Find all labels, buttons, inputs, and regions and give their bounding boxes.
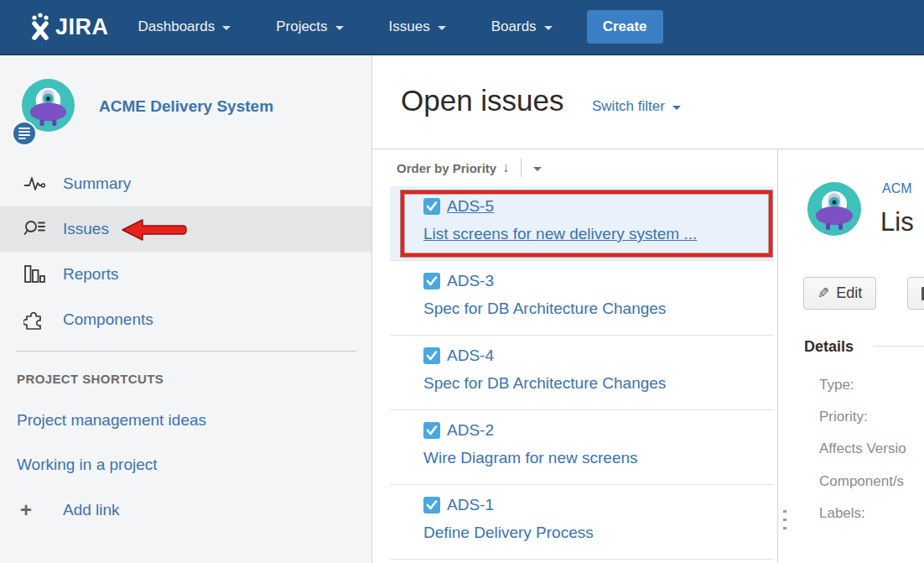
- project-name[interactable]: ACME Delivery System: [99, 97, 273, 116]
- project-sidebar: ACME Delivery System Summary Issues: [0, 55, 372, 563]
- nav-dashboards-label: Dashboards: [138, 18, 215, 35]
- red-arrow-annotation: [121, 218, 188, 242]
- detail-issue-title: Lis: [880, 207, 914, 237]
- shortcut-link[interactable]: Project management ideas: [17, 411, 206, 430]
- issue-summary-link[interactable]: Spec for DB Architecture Changes: [423, 300, 774, 318]
- jira-logo-text: JIRA: [55, 14, 109, 40]
- sidebar-item-issues[interactable]: Issues: [0, 206, 371, 252]
- sidebar-item-label: Issues: [63, 220, 109, 238]
- issue-row-ads-2[interactable]: ADS-2 Wire Diagram for new screens: [390, 410, 774, 485]
- issue-row-ads-3[interactable]: ADS-3 Spec for DB Architecture Changes: [390, 261, 774, 336]
- issue-key-link[interactable]: ADS-1: [447, 496, 494, 514]
- detail-breadcrumb-link[interactable]: ACM: [882, 181, 912, 196]
- comment-button-partial[interactable]: [907, 277, 924, 310]
- search-list-icon: [23, 218, 45, 240]
- top-navigation-bar: JIRA Dashboards Projects Issues Boards C…: [0, 0, 924, 55]
- field-label-type: Type:: [819, 377, 854, 394]
- field-label-components: Component/s: [819, 473, 904, 490]
- task-type-icon: [423, 497, 440, 513]
- details-section-rule: [873, 346, 924, 347]
- sidebar-item-label: Reports: [63, 265, 119, 284]
- issue-key-link[interactable]: ADS-5: [447, 197, 494, 216]
- jira-logo[interactable]: JIRA: [28, 13, 109, 41]
- task-type-icon: [423, 347, 440, 364]
- content-top-border: [372, 149, 924, 149]
- jira-mark-icon: [28, 13, 53, 41]
- jira-window: JIRA Dashboards Projects Issues Boards C…: [0, 0, 924, 563]
- nav-issues[interactable]: Issues: [366, 0, 469, 55]
- order-options-dropdown-icon[interactable]: [533, 167, 542, 171]
- detail-project-avatar: [807, 182, 861, 236]
- switch-filter-label: Switch filter: [592, 98, 665, 115]
- nav-boards-label: Boards: [491, 18, 537, 35]
- field-label-priority: Priority:: [819, 409, 868, 425]
- task-type-icon: [423, 198, 440, 215]
- list-lines-icon: [18, 128, 30, 129]
- chevron-down-icon: [672, 106, 681, 110]
- project-shortcuts-heading: PROJECT SHORTCUTS: [17, 372, 164, 386]
- issue-key-link[interactable]: ADS-3: [447, 272, 494, 290]
- issue-list: ADS-5 List screens for new delivery syst…: [390, 186, 774, 560]
- issue-row-ads-4[interactable]: ADS-4 Spec for DB Architecture Changes: [390, 336, 774, 410]
- edit-button[interactable]: ✎ Edit: [803, 277, 876, 310]
- pencil-icon: ✎: [818, 284, 829, 302]
- nav-boards[interactable]: Boards: [469, 0, 575, 55]
- add-link-button[interactable]: + Add link: [20, 498, 120, 522]
- issue-key-link[interactable]: ADS-2: [447, 421, 494, 440]
- sidebar-divider: [17, 351, 356, 352]
- nav-projects-label: Projects: [276, 18, 327, 35]
- issue-summary-link[interactable]: Wire Diagram for new screens: [423, 449, 774, 467]
- chevron-down-icon: [335, 26, 344, 30]
- task-type-icon: [423, 273, 440, 289]
- issue-row-ads-5[interactable]: ADS-5 List screens for new delivery syst…: [390, 186, 774, 261]
- sidebar-menu: Summary Issues Reports: [0, 161, 371, 342]
- task-type-icon: [423, 422, 440, 439]
- field-label-labels: Labels:: [819, 505, 865, 522]
- nav-issues-label: Issues: [389, 18, 430, 35]
- page-title: Open issues: [401, 84, 564, 117]
- nav-dashboards[interactable]: Dashboards: [116, 0, 254, 55]
- order-by-control[interactable]: Order by Priority ↓: [397, 159, 542, 177]
- sidebar-item-summary[interactable]: Summary: [0, 161, 371, 206]
- sidebar-item-label: Summary: [63, 175, 131, 193]
- sidebar-item-components[interactable]: Components: [0, 297, 371, 342]
- issue-row-ads-1[interactable]: ADS-1 Define Delivery Process: [390, 485, 774, 560]
- panel-resize-handle[interactable]: [783, 510, 786, 529]
- issue-summary-link[interactable]: List screens for new delivery system ...: [423, 225, 774, 243]
- edit-button-label: Edit: [836, 284, 862, 302]
- field-label-affects-version: Affects Versio: [819, 440, 906, 457]
- issue-key-link[interactable]: ADS-4: [447, 347, 494, 365]
- project-type-badge[interactable]: [12, 121, 37, 146]
- create-button[interactable]: Create: [587, 10, 663, 44]
- add-link-label: Add link: [63, 501, 120, 519]
- chevron-down-icon: [438, 26, 446, 30]
- puzzle-icon: [23, 309, 45, 331]
- top-nav-menu: Dashboards Projects Issues Boards: [116, 0, 575, 55]
- order-by-label: Order by Priority: [397, 161, 496, 175]
- issue-summary-link[interactable]: Spec for DB Architecture Changes: [423, 374, 774, 393]
- switch-filter-dropdown[interactable]: Switch filter: [592, 98, 681, 115]
- sidebar-item-label: Components: [63, 310, 153, 329]
- chevron-down-icon: [544, 26, 553, 30]
- pulse-icon: [23, 173, 45, 195]
- sidebar-item-reports[interactable]: Reports: [0, 252, 371, 297]
- sort-descending-icon: ↓: [502, 160, 509, 175]
- nav-projects[interactable]: Projects: [253, 0, 366, 55]
- issue-summary-link[interactable]: Define Delivery Process: [423, 524, 774, 542]
- shortcut-link[interactable]: Working in a project: [17, 456, 158, 474]
- list-detail-divider: [777, 149, 778, 563]
- details-section-title: Details: [804, 338, 854, 356]
- ufo-avatar-icon: [807, 182, 861, 236]
- order-bar-separator: [521, 159, 522, 177]
- bar-chart-icon: [23, 263, 45, 285]
- chevron-down-icon: [222, 26, 231, 30]
- plus-icon: +: [20, 498, 63, 522]
